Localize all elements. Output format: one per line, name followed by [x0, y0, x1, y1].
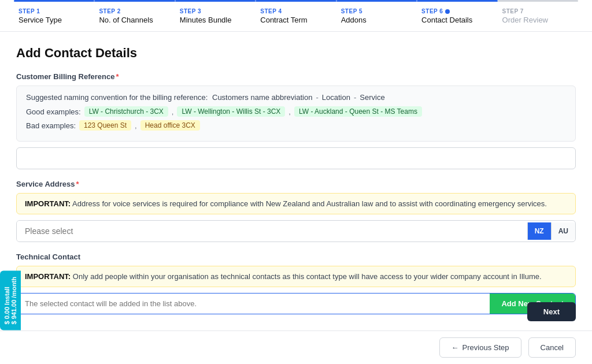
total-sidebar[interactable]: $ 0.00 Install$ 941.00 /month [0, 271, 21, 330]
good-label: Good examples: [26, 107, 81, 116]
stepper-step5[interactable]: STEP 5Addons [336, 0, 417, 31]
convention-service: Service [360, 93, 384, 102]
step3-label: STEP 3 [180, 8, 251, 14]
convention-location: Location [322, 93, 350, 102]
bottom-bar: ← Previous Step Cancel [0, 330, 592, 364]
step2-name: No. of Channels [99, 16, 170, 24]
country-au-button[interactable]: AU [551, 222, 575, 240]
convention-abbrev: Customers name abbreviation [212, 93, 312, 102]
naming-convention-box: Suggested naming convention for the bill… [16, 86, 576, 142]
good-example-2: LW - Wellington - Willis St - 3CX [177, 106, 285, 117]
service-address-select-row: NZ AU [16, 220, 576, 242]
step6-dot [445, 9, 450, 14]
good-example-1: LW - Christchurch - 3CX [84, 106, 168, 117]
step6-name: Contact Details [421, 16, 493, 24]
step7-label: STEP 7 [502, 8, 574, 14]
page-title: Add Contact Details [16, 46, 576, 61]
service-address-input[interactable] [17, 221, 527, 242]
stepper-step1[interactable]: STEP 1Service Type [14, 0, 94, 31]
technical-contact-label: Technical Contact [16, 252, 576, 261]
good-examples-row: Good examples: LW - Christchurch - 3CX ,… [26, 106, 566, 117]
cancel-button[interactable]: Cancel [528, 337, 576, 358]
bad-example-2: Head office 3CX [140, 120, 200, 131]
contact-search-input[interactable] [17, 294, 490, 314]
bad-examples-row: Bad examples: 123 Queen St , Head office… [26, 120, 566, 131]
stepper-step2[interactable]: STEP 2No. of Channels [94, 0, 175, 31]
country-buttons: NZ AU [527, 222, 575, 240]
step2-label: STEP 2 [99, 8, 170, 14]
stepper-step7[interactable]: STEP 7Order Review [498, 0, 578, 31]
contact-input-row: Add New Contact [16, 293, 576, 314]
technical-contact-important: IMPORTANT: Only add people within your o… [16, 266, 576, 287]
main-content: Add Contact Details Customer Billing Ref… [0, 32, 592, 361]
step3-name: Minutes Bundle [180, 16, 251, 24]
prev-step-button[interactable]: ← Previous Step [439, 337, 521, 358]
country-nz-button[interactable]: NZ [527, 222, 551, 240]
naming-convention-row: Suggested naming convention for the bill… [26, 93, 566, 102]
billing-reference-input[interactable] [16, 147, 576, 169]
next-button-area: Next [527, 302, 576, 321]
bad-label: Bad examples: [26, 121, 76, 130]
step7-name: Order Review [502, 16, 574, 24]
stepper: STEP 1Service TypeSTEP 2No. of ChannelsS… [0, 0, 592, 32]
next-button[interactable]: Next [527, 302, 576, 321]
total-month: $ 941.00 /month [10, 277, 17, 325]
step5-name: Addons [341, 16, 412, 24]
bad-example-1: 123 Queen St [79, 120, 131, 131]
step1-name: Service Type [18, 16, 90, 24]
step4-label: STEP 4 [260, 8, 331, 14]
step6-label: STEP 6 [421, 8, 493, 14]
arrow-left-icon: ← [452, 343, 459, 352]
billing-reference-label: Customer Billing Reference* [16, 72, 576, 81]
stepper-step4[interactable]: STEP 4Contract Term [256, 0, 336, 31]
stepper-step6[interactable]: STEP 6Contact Details [417, 0, 497, 31]
stepper-step3[interactable]: STEP 3Minutes Bundle [175, 0, 256, 31]
service-address-important: IMPORTANT: Address for voice services is… [16, 193, 576, 214]
service-address-label: Service Address* [16, 180, 576, 188]
step5-label: STEP 5 [341, 8, 412, 14]
step1-label: STEP 1 [18, 8, 90, 14]
good-example-3: LW - Auckland - Queen St - MS Teams [294, 106, 422, 117]
step4-name: Contract Term [260, 16, 331, 24]
total-install: $ 0.00 Install [3, 277, 10, 325]
